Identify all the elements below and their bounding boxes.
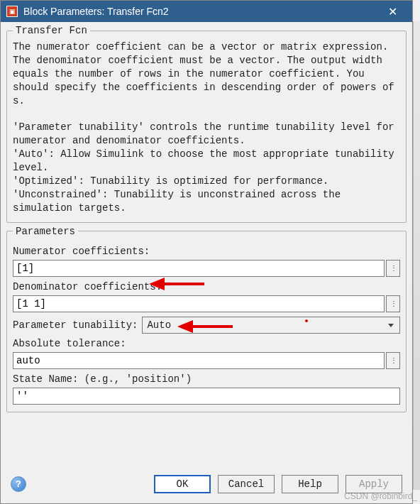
close-button[interactable]: ✕	[378, 1, 407, 21]
description-legend: Transfer Fcn	[13, 25, 90, 36]
abstol-label: Absolute tolerance:	[13, 338, 400, 349]
parameters-group: Parameters Numerator coefficients: ⋮ Den…	[6, 226, 407, 412]
abstol-more-button[interactable]: ⋮	[386, 352, 400, 369]
cancel-button[interactable]: Cancel	[218, 475, 275, 493]
statename-label: State Name: (e.g., 'position')	[13, 373, 400, 385]
titlebar: ▣ Block Parameters: Transfer Fcn2 ✕	[1, 1, 412, 22]
dialog-body: Transfer Fcn The numerator coefficient c…	[1, 22, 412, 503]
denominator-input[interactable]	[13, 295, 385, 312]
scrollbar[interactable]	[413, 21, 420, 490]
parameters-legend: Parameters	[13, 226, 78, 237]
ok-button[interactable]: OK	[154, 475, 211, 493]
numerator-more-button[interactable]: ⋮	[386, 260, 400, 277]
numerator-input[interactable]	[13, 260, 385, 277]
tunability-label: Parameter tunability:	[13, 319, 138, 331]
abstol-input[interactable]	[13, 352, 385, 369]
help-icon[interactable]: ?	[11, 476, 26, 492]
denominator-label: Denominator coefficients:	[13, 281, 400, 292]
simulink-icon: ▣	[6, 6, 18, 17]
window-title: Block Parameters: Transfer Fcn2	[23, 6, 378, 17]
help-button[interactable]: Help	[282, 475, 338, 493]
numerator-label: Numerator coefficients:	[13, 246, 400, 257]
denominator-more-button[interactable]: ⋮	[386, 295, 400, 312]
statename-input[interactable]	[13, 388, 400, 405]
tunability-value: Auto	[147, 319, 171, 331]
watermark: CSDN @robinbird_	[344, 491, 417, 501]
tunability-select[interactable]: Auto	[142, 317, 400, 334]
description-group: Transfer Fcn The numerator coefficient c…	[6, 25, 407, 223]
description-text: The numerator coefficient can be a vecto…	[13, 40, 400, 215]
dialog-window: ▣ Block Parameters: Transfer Fcn2 ✕ Tran…	[0, 0, 413, 504]
